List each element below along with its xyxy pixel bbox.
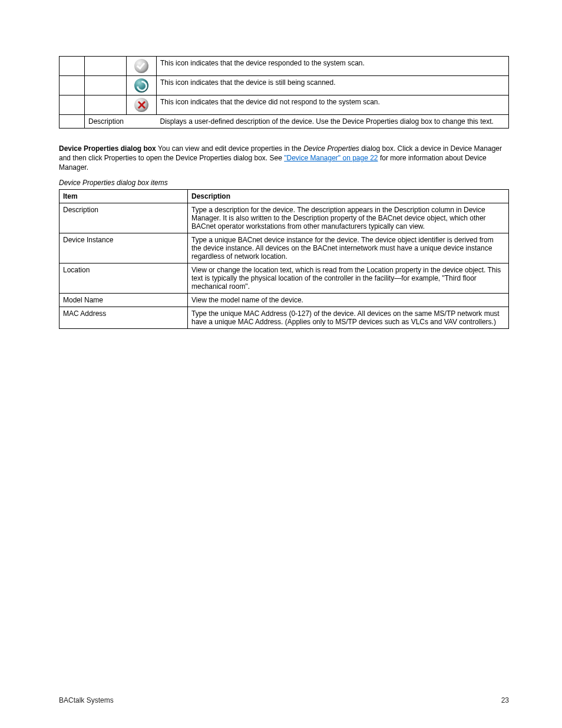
footer-page-number: 23 bbox=[501, 696, 509, 704]
device-properties-paragraph: Device Properties dialog box You can vie… bbox=[59, 144, 509, 173]
x-icon bbox=[134, 98, 148, 112]
check-icon bbox=[134, 59, 148, 73]
footer-left: BACtalk Systems bbox=[59, 696, 114, 704]
table-row: Model Name View the model name of the de… bbox=[59, 293, 509, 307]
device-manager-link[interactable]: "Device Manager" on page 22 bbox=[284, 154, 378, 162]
legend-desc: Displays a user-defined description of t… bbox=[157, 115, 509, 129]
legend-desc: This icon indicates that the device is s… bbox=[157, 76, 509, 95]
paragraph-lead: Device Properties dialog box bbox=[59, 144, 158, 153]
legend-label: Description bbox=[85, 115, 157, 129]
legend-desc: This icon indicates that the device resp… bbox=[157, 57, 509, 76]
status-icon-legend-continued: This icon indicates that the device resp… bbox=[59, 56, 509, 129]
legend-desc: This icon indicates that the device did … bbox=[157, 95, 509, 115]
device-properties-table: Item Description Description Type a desc… bbox=[59, 189, 509, 329]
table-row: Location View or change the location tex… bbox=[59, 263, 509, 293]
page-footer: BACtalk Systems 23 bbox=[59, 696, 509, 704]
table-caption: Device Properties dialog box items bbox=[59, 179, 509, 187]
refresh-icon bbox=[134, 78, 148, 93]
table-row: MAC Address Type the unique MAC Address … bbox=[59, 307, 509, 328]
table-row: Description Type a description for the d… bbox=[59, 203, 509, 233]
term-device-properties: Device Properties bbox=[303, 144, 359, 153]
table-header-item: Item bbox=[59, 189, 188, 203]
table-header-description: Description bbox=[188, 189, 509, 203]
table-row: Device Instance Type a unique BACnet dev… bbox=[59, 233, 509, 263]
